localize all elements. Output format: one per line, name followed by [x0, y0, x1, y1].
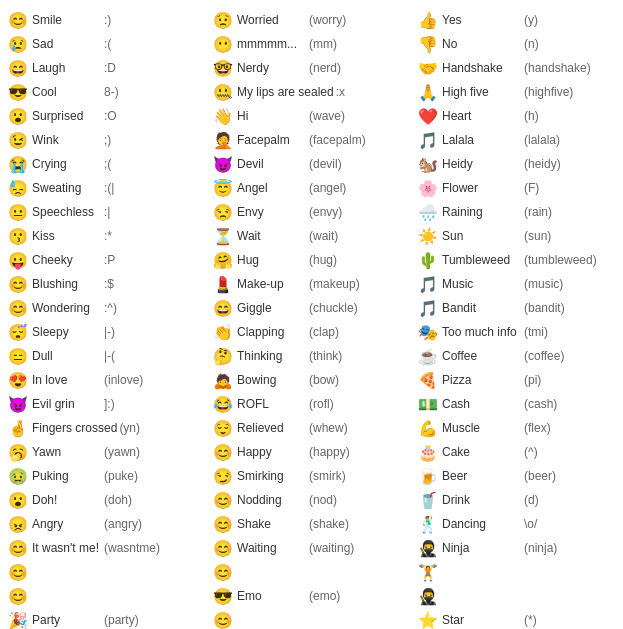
emoticon-code: (yn)	[119, 421, 140, 435]
emoticon-icon: 👏	[213, 322, 233, 342]
list-item: 😠Angry(angry)	[4, 512, 209, 536]
emoticon-name: Puking	[32, 469, 102, 483]
emoticon-code: (worry)	[309, 13, 346, 27]
list-item: ❤️Heart(h)	[414, 104, 619, 128]
list-item: 😇Angel(angel)	[209, 176, 414, 200]
emoticon-code: (chuckle)	[309, 301, 358, 315]
emoticon-code: :(|	[104, 181, 114, 195]
emoticon-name: Nerdy	[237, 61, 307, 75]
emoticon-icon: 🙏	[418, 82, 438, 102]
emoticon-code: (beer)	[524, 469, 556, 483]
emoticon-code: (envy)	[309, 205, 342, 219]
list-item: 👏Clapping(clap)	[209, 320, 414, 344]
emoticon-icon: 🥱	[8, 442, 28, 462]
emoticon-icon: 😎	[213, 586, 233, 606]
emoticon-code: (rain)	[524, 205, 552, 219]
emoticon-code: (doh)	[104, 493, 132, 507]
emoticon-icon: 😢	[8, 34, 28, 54]
emoticon-name: Cheeky	[32, 253, 102, 267]
list-item: 😓Sweating:(|	[4, 176, 209, 200]
emoticon-code: (cash)	[524, 397, 557, 411]
emoticon-name: Heidy	[442, 157, 522, 171]
list-item: 🙇Bowing(bow)	[209, 368, 414, 392]
list-item: 💪Muscle(flex)	[414, 416, 619, 440]
emoticon-code: :O	[104, 109, 117, 123]
emoticon-name: High five	[442, 85, 522, 99]
list-item: 🥤Drink(d)	[414, 488, 619, 512]
list-item: 🤦Facepalm(facepalm)	[209, 128, 414, 152]
emoticon-icon: 👍	[418, 10, 438, 30]
list-item: 🤗Hug(hug)	[209, 248, 414, 272]
emoticon-icon: 😊	[213, 490, 233, 510]
emoticon-icon: 😂	[213, 394, 233, 414]
list-item: 🤐My lips are sealed:x	[209, 80, 414, 104]
emoticon-icon: 🤐	[213, 82, 233, 102]
emoticon-icon: 😉	[8, 130, 28, 150]
emoticon-name: Blushing	[32, 277, 102, 291]
list-item: 😄Laugh:D	[4, 56, 209, 80]
emoticon-icon: 😛	[8, 250, 28, 270]
emoticon-icon: 🤞	[8, 418, 28, 438]
emoticon-name: Too much info	[442, 325, 522, 339]
emoticon-code: :x	[336, 85, 345, 99]
emoticon-icon: 😈	[213, 154, 233, 174]
list-item: 😊Happy(happy)	[209, 440, 414, 464]
list-item: 😴Sleepy|-)	[4, 320, 209, 344]
emoticon-icon: 😊	[8, 538, 28, 558]
list-item: 🕺Dancing\o/	[414, 512, 619, 536]
emoticon-code: (wait)	[309, 229, 338, 243]
emoticon-icon: 😊	[213, 442, 233, 462]
emoticon-name: Beer	[442, 469, 522, 483]
emoticon-name: Raining	[442, 205, 522, 219]
list-item: 😉Wink;)	[4, 128, 209, 152]
emoticon-code: (bandit)	[524, 301, 565, 315]
list-item: 🍕Pizza(pi)	[414, 368, 619, 392]
emoticon-icon: 😭	[8, 154, 28, 174]
emoticon-name: Emo	[237, 589, 307, 603]
emoticon-name: Sad	[32, 37, 102, 51]
emoticon-name: Envy	[237, 205, 307, 219]
list-item: 😒Envy(envy)	[209, 200, 414, 224]
list-item: 😊Nodding(nod)	[209, 488, 414, 512]
list-item: 😶mmmmm...(mm)	[209, 32, 414, 56]
emoticon-icon: 🌵	[418, 250, 438, 270]
emoticon-code: |-(	[104, 349, 115, 363]
emoticon-name: Devil	[237, 157, 307, 171]
list-item: 💵Cash(cash)	[414, 392, 619, 416]
emoticon-code: (tmi)	[524, 325, 548, 339]
list-item: 🍺Beer(beer)	[414, 464, 619, 488]
list-item: 🤓Nerdy(nerd)	[209, 56, 414, 80]
emoticon-name: Relieved	[237, 421, 307, 435]
emoticon-code: (wave)	[309, 109, 345, 123]
emoticon-icon: 🎵	[418, 298, 438, 318]
emoticon-icon: 😈	[8, 394, 28, 414]
emoticon-code: :*	[104, 229, 112, 243]
emoticon-icon: ❤️	[418, 106, 438, 126]
emoticon-code: (tumbleweed)	[524, 253, 597, 267]
list-item: 😏Smirking(smirk)	[209, 464, 414, 488]
emoticon-code: (handshake)	[524, 61, 591, 75]
list-item: 🎭Too much info(tmi)	[414, 320, 619, 344]
list-item: 😐Speechless:|	[4, 200, 209, 224]
emoticon-name: Angry	[32, 517, 102, 531]
list-item: 😗Kiss:*	[4, 224, 209, 248]
emoticon-code: :)	[104, 13, 111, 27]
list-item: 🏋️	[414, 560, 619, 584]
list-item: 😮Doh!(doh)	[4, 488, 209, 512]
emoticon-icon: 😴	[8, 322, 28, 342]
emoticon-icon: 😟	[213, 10, 233, 30]
emoticon-code: (shake)	[309, 517, 349, 531]
list-item: 😎Cool8-)	[4, 80, 209, 104]
emoticon-code: :D	[104, 61, 116, 75]
list-item: 👍Yes(y)	[414, 8, 619, 32]
emoticon-icon: 😊	[213, 514, 233, 534]
list-item: 😢Sad:(	[4, 32, 209, 56]
emoticon-name: Tumbleweed	[442, 253, 522, 267]
emoticon-name: Happy	[237, 445, 307, 459]
emoticon-name: Thinking	[237, 349, 307, 363]
emoticon-icon: 💄	[213, 274, 233, 294]
emoticon-code: ;)	[104, 133, 111, 147]
emoticon-icon: 🤓	[213, 58, 233, 78]
emoticon-code: (puke)	[104, 469, 138, 483]
emoticon-code: (heidy)	[524, 157, 561, 171]
